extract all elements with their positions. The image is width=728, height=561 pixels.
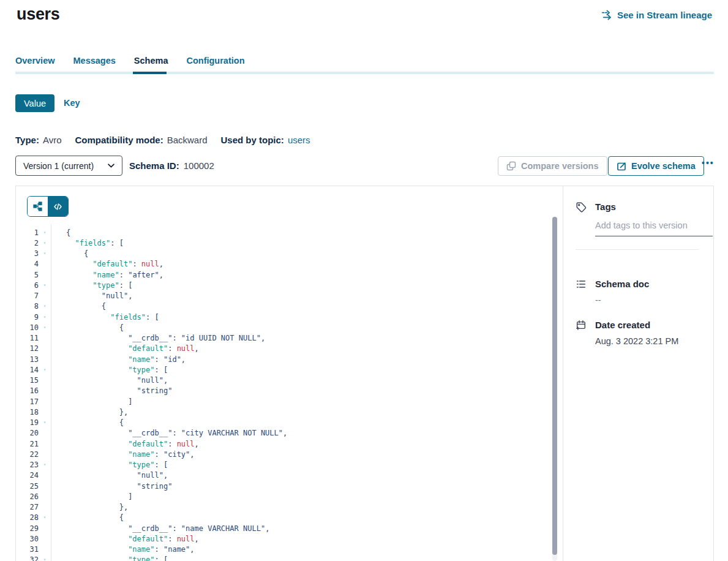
schema-sidebar: Tags Schema doc -- Date created Aug. 3 2… bbox=[563, 186, 715, 561]
code-token: , bbox=[159, 271, 163, 279]
fold-arrow-icon[interactable]: ▾ bbox=[39, 304, 51, 309]
line-number: 12 bbox=[16, 344, 39, 353]
stream-lineage-icon bbox=[601, 9, 613, 21]
fold-arrow-icon[interactable]: ▾ bbox=[39, 315, 51, 320]
line-number: 15 bbox=[16, 376, 39, 385]
tab-active-underline bbox=[133, 72, 167, 74]
line-number: 24 bbox=[16, 471, 39, 480]
fold-arrow-icon[interactable]: ▾ bbox=[39, 251, 51, 256]
code-text: "default": null, bbox=[51, 344, 199, 353]
code-line: 12"default": null, bbox=[16, 344, 563, 354]
line-number: 18 bbox=[16, 408, 39, 416]
fold-arrow-icon[interactable]: ▾ bbox=[39, 230, 51, 235]
fold-arrow-icon[interactable]: ▾ bbox=[39, 420, 51, 425]
schema-meta-row: Type: Avro Compatibility mode: Backward … bbox=[15, 135, 310, 145]
code-text: "default": null, bbox=[51, 260, 163, 268]
code-editor-lines: 1▾{2▾"fields": [3▾{4"default": null,5"na… bbox=[16, 227, 563, 561]
compatibility-value: Backward bbox=[167, 135, 208, 145]
code-token: : [ bbox=[155, 555, 168, 561]
code-token: "__crdb__" bbox=[128, 429, 172, 437]
code-token: "id UUID NOT NULL" bbox=[181, 334, 261, 342]
code-line: 7"null", bbox=[16, 291, 563, 301]
tab-configuration[interactable]: Configuration bbox=[186, 56, 244, 73]
see-in-stream-lineage-link[interactable]: See in Stream lineage bbox=[601, 9, 712, 21]
code-token: , bbox=[128, 292, 132, 300]
code-token: : bbox=[155, 355, 163, 364]
fold-arrow-icon[interactable]: ▾ bbox=[39, 325, 51, 330]
line-number: 29 bbox=[16, 524, 39, 533]
code-line: 1▾{ bbox=[16, 227, 563, 238]
code-token: "fields" bbox=[110, 313, 146, 322]
code-text: "type": [ bbox=[51, 555, 168, 561]
code-view-icon bbox=[53, 203, 62, 211]
code-text: "string" bbox=[51, 386, 172, 395]
line-number: 17 bbox=[16, 397, 39, 406]
fold-arrow-icon[interactable]: ▾ bbox=[39, 367, 51, 372]
code-line: 29"__crdb__": "name VARCHAR NULL", bbox=[16, 523, 563, 533]
compare-versions-icon bbox=[506, 161, 516, 171]
code-text: "type": [ bbox=[51, 461, 168, 469]
tags-title: Tags bbox=[595, 201, 713, 213]
line-number: 28 bbox=[16, 513, 39, 522]
key-toggle-button[interactable]: Key bbox=[64, 98, 80, 108]
code-token: : [ bbox=[110, 239, 124, 247]
code-text: ] bbox=[51, 492, 132, 501]
fold-arrow-icon[interactable]: ▾ bbox=[39, 557, 51, 561]
line-number: 21 bbox=[16, 440, 39, 448]
code-view-button[interactable] bbox=[48, 197, 68, 216]
code-token: "name" bbox=[163, 545, 190, 554]
line-number: 32 bbox=[16, 555, 39, 561]
schema-id: Schema ID: 100002 bbox=[129, 160, 214, 171]
code-token: ] bbox=[128, 397, 132, 406]
evolve-schema-button[interactable]: Evolve schema bbox=[608, 156, 704, 176]
fold-arrow-icon[interactable]: ▾ bbox=[39, 462, 51, 467]
scrollbar[interactable] bbox=[552, 217, 557, 555]
code-line: 15"null", bbox=[16, 375, 563, 386]
code-token: { bbox=[102, 302, 106, 311]
code-line: 23▾"type": [ bbox=[16, 460, 563, 470]
fold-arrow-icon[interactable]: ▾ bbox=[39, 283, 51, 288]
tab-schema[interactable]: Schema bbox=[134, 56, 168, 73]
line-number: 30 bbox=[16, 535, 39, 543]
fold-arrow-icon[interactable]: ▾ bbox=[39, 515, 51, 520]
compare-versions-button[interactable]: Compare versions bbox=[498, 156, 607, 176]
code-token: , bbox=[195, 535, 199, 543]
line-number: 19 bbox=[16, 418, 39, 427]
code-token: "default" bbox=[128, 535, 168, 543]
code-text: "__crdb__": "name VARCHAR NULL", bbox=[51, 524, 269, 533]
tab-messages[interactable]: Messages bbox=[73, 56, 116, 73]
schema-code-area: 1▾{2▾"fields": [3▾{4"default": null,5"na… bbox=[16, 186, 563, 561]
code-token: "string" bbox=[137, 386, 173, 395]
code-line: 19▾{ bbox=[16, 418, 563, 428]
code-token: "__crdb__" bbox=[128, 524, 172, 533]
code-text: "null", bbox=[51, 376, 168, 385]
used-by-topic-meta: Used by topic: users bbox=[221, 135, 310, 145]
fold-arrow-icon[interactable]: ▾ bbox=[39, 241, 51, 246]
tab-overview[interactable]: Overview bbox=[15, 56, 55, 73]
line-number: 20 bbox=[16, 429, 39, 437]
used-by-topic-link[interactable]: users bbox=[288, 135, 310, 145]
code-token: { bbox=[66, 228, 70, 237]
code-token: : bbox=[172, 429, 181, 437]
code-line: 32▾"type": [ bbox=[16, 555, 563, 561]
value-toggle-button[interactable]: Value bbox=[15, 94, 54, 112]
compare-versions-label: Compare versions bbox=[521, 161, 599, 171]
code-token: "after" bbox=[128, 271, 159, 279]
version-select[interactable]: Version 1 (current) bbox=[15, 156, 122, 176]
code-text: "default": null, bbox=[51, 535, 199, 543]
code-token: : bbox=[155, 545, 163, 554]
code-line: 28▾{ bbox=[16, 513, 563, 523]
tree-view-button[interactable] bbox=[28, 197, 48, 216]
code-text: "name": "city", bbox=[51, 450, 195, 459]
code-line: 11"__crdb__": "id UUID NOT NULL", bbox=[16, 333, 563, 344]
line-number: 23 bbox=[16, 461, 39, 469]
code-line: 6▾"type": [ bbox=[16, 280, 563, 290]
code-token: , bbox=[163, 376, 168, 385]
more-options-button[interactable]: ••• bbox=[702, 158, 715, 168]
code-token: "null" bbox=[102, 292, 128, 300]
schema-id-label: Schema ID: bbox=[129, 160, 179, 171]
code-token: , bbox=[159, 260, 163, 268]
add-tags-input[interactable] bbox=[595, 216, 713, 236]
code-token: "default" bbox=[92, 260, 132, 268]
code-line: 8▾{ bbox=[16, 301, 563, 312]
